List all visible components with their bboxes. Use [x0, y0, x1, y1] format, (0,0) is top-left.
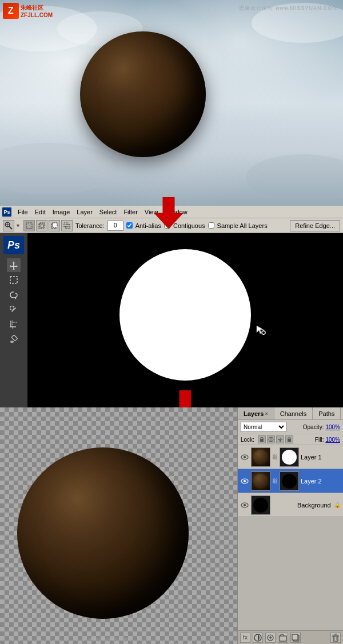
- layer1-thumbnail: [251, 447, 270, 467]
- marquee-tool[interactable]: [7, 273, 21, 287]
- sample-all-layers-label: Sample All Layers: [217, 222, 268, 229]
- tool-wand-group: ▼: [3, 220, 21, 231]
- tolerance-label: Tolerance:: [75, 222, 105, 229]
- svg-rect-7: [39, 224, 43, 229]
- blend-mode-row: Normal Multiply Screen Overlay Opacity: …: [238, 420, 343, 434]
- planet-sphere-top: [80, 31, 206, 157]
- lock-icons-group: [258, 435, 293, 443]
- anti-alias-checkbox[interactable]: [126, 222, 133, 229]
- sample-all-layers-checkbox[interactable]: [208, 222, 214, 229]
- layer1-chain: ⛓: [272, 447, 278, 467]
- mask-canvas-area: [27, 233, 343, 407]
- bottom-canvas: www.missyuan.com: [0, 407, 237, 644]
- svg-point-37: [244, 480, 246, 482]
- delete-layer-btn[interactable]: [330, 633, 341, 643]
- svg-line-15: [15, 298, 16, 299]
- refine-edge-button[interactable]: Refine Edge...: [290, 220, 340, 231]
- bottom-section: www.missyuan.com Layers × Channels Paths…: [0, 407, 343, 644]
- tab-channels[interactable]: Channels: [274, 407, 313, 419]
- lock-label: Lock:: [241, 437, 254, 443]
- logo-area: Z 朱峰社区ZFJLL.COM: [3, 3, 53, 19]
- layer2-mask-thumbnail: [280, 471, 299, 491]
- wand-tool-btn[interactable]: [3, 220, 14, 231]
- add-layer-mask-btn[interactable]: [253, 633, 263, 643]
- layer-row-layer1[interactable]: ⛓ Layer 1: [238, 445, 343, 469]
- lock-paint-btn[interactable]: [267, 435, 275, 443]
- logo-text: 朱峰社区ZFJLL.COM: [21, 4, 53, 18]
- planet-sphere-bottom: [17, 447, 189, 619]
- svg-rect-44: [280, 636, 286, 641]
- opacity-label: Opacity:: [303, 424, 324, 430]
- crop-tool[interactable]: [7, 318, 21, 331]
- layers-panel: Layers × Channels Paths ≡ Normal Multipl…: [237, 407, 343, 644]
- magic-wand-tool[interactable]: [7, 303, 21, 317]
- svg-marker-24: [257, 326, 264, 334]
- fill-label: Fill:: [315, 437, 324, 443]
- blend-mode-select[interactable]: Normal Multiply Screen Overlay: [241, 422, 286, 432]
- lasso-tool[interactable]: [7, 288, 21, 302]
- svg-rect-47: [333, 636, 338, 641]
- new-selection-btn[interactable]: [23, 220, 35, 231]
- svg-rect-8: [40, 223, 45, 227]
- menu-edit[interactable]: Edit: [32, 208, 49, 216]
- move-tool[interactable]: [7, 258, 21, 272]
- menu-select[interactable]: Select: [97, 208, 120, 216]
- selection-mode-group: [23, 220, 73, 231]
- fill-value[interactable]: 100%: [325, 437, 340, 443]
- add-group-btn[interactable]: [278, 633, 288, 643]
- layer2-visibility-toggle[interactable]: [240, 477, 249, 486]
- bottom-watermark: www.missyuan.com: [89, 636, 129, 641]
- menu-bar: Ps File Edit Image Layer Select Filter V…: [0, 206, 343, 218]
- svg-marker-28: [171, 390, 200, 407]
- svg-line-2: [9, 226, 12, 229]
- svg-marker-1: [154, 197, 183, 229]
- panel-menu-btn[interactable]: ≡: [341, 409, 343, 418]
- layers-tab-close[interactable]: ×: [265, 411, 268, 417]
- lock-move-btn[interactable]: [276, 435, 284, 443]
- add-layer-style-btn[interactable]: fx: [240, 633, 250, 643]
- add-selection-btn[interactable]: [36, 220, 47, 231]
- menu-layer[interactable]: Layer: [74, 208, 95, 216]
- new-layer-btn[interactable]: [290, 633, 301, 643]
- layer-row-background[interactable]: Background 🔒: [238, 493, 343, 517]
- layer2-thumbnail: [251, 471, 270, 491]
- add-adjustment-btn[interactable]: [265, 633, 276, 643]
- layer1-name: Layer 1: [301, 454, 341, 461]
- svg-point-39: [244, 504, 246, 506]
- watermark-top: 思缘设计论坛 www.MISSYUAN.COM: [239, 5, 337, 12]
- background-visibility-toggle[interactable]: [240, 501, 249, 510]
- tolerance-input[interactable]: [107, 221, 123, 231]
- opacity-value[interactable]: 100%: [325, 424, 340, 430]
- lock-all-btn[interactable]: [285, 435, 293, 443]
- svg-rect-22: [11, 335, 18, 341]
- dropdown-arrow[interactable]: ▼: [15, 223, 21, 229]
- svg-marker-13: [10, 261, 18, 270]
- background-lock-icon: 🔒: [334, 502, 341, 508]
- layer-row-layer2[interactable]: ⛓ Layer 2: [238, 469, 343, 493]
- menu-image[interactable]: Image: [50, 208, 73, 216]
- layer2-name: Layer 2: [301, 478, 341, 485]
- layer1-visibility-toggle[interactable]: [240, 453, 249, 462]
- subtract-selection-btn[interactable]: [49, 220, 60, 231]
- lock-row: Lock:: [238, 434, 343, 445]
- layers-tabs-row: Layers × Channels Paths ≡: [238, 407, 343, 420]
- svg-point-23: [10, 341, 14, 343]
- intersect-selection-btn[interactable]: [61, 220, 73, 231]
- background-thumbnail: [251, 495, 270, 515]
- svg-marker-32: [278, 437, 282, 442]
- lock-transparency-btn[interactable]: [258, 435, 266, 443]
- menu-file[interactable]: File: [15, 208, 31, 216]
- ps-logo-toolbar: Ps: [3, 236, 24, 254]
- arrow-down-2: [171, 390, 200, 407]
- svg-point-25: [262, 331, 265, 334]
- tab-layers[interactable]: Layers ×: [238, 407, 274, 419]
- tab-paths[interactable]: Paths: [313, 407, 341, 419]
- svg-rect-29: [260, 439, 264, 442]
- svg-point-17: [10, 306, 14, 310]
- layers-empty-area: [238, 517, 343, 630]
- menu-filter[interactable]: Filter: [121, 208, 140, 216]
- middle-section: Ps: [0, 233, 343, 407]
- brush-tool[interactable]: [7, 333, 21, 346]
- svg-rect-10: [53, 223, 57, 227]
- layer2-chain: ⛓: [272, 471, 278, 491]
